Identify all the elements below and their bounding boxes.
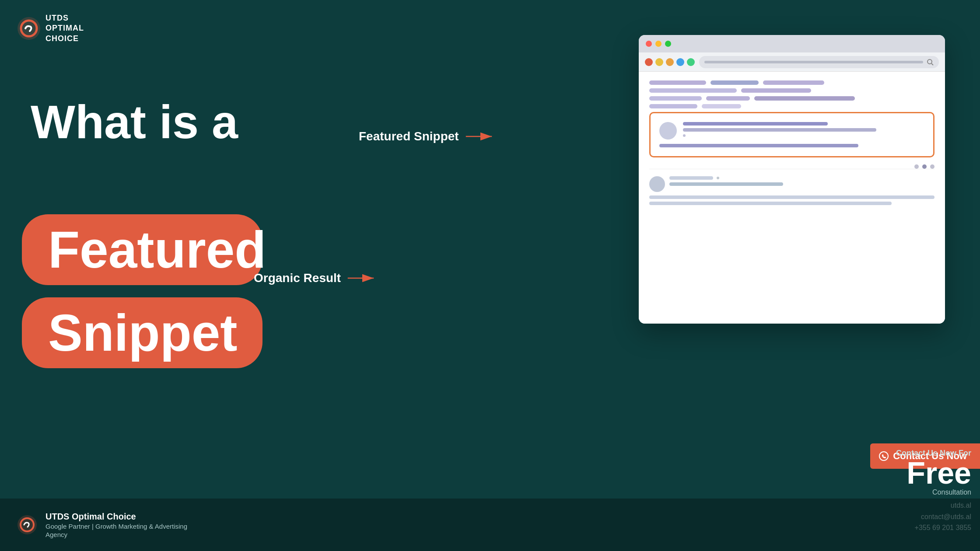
organic-avatar: [649, 176, 665, 192]
result-bar: [706, 96, 750, 101]
featured-badge: Featured: [22, 214, 262, 285]
logo-icon: [18, 17, 40, 40]
browser-body: [639, 52, 945, 324]
page-dot: [930, 164, 934, 169]
organic-meta: [669, 176, 934, 180]
pagination-dots: [649, 164, 934, 169]
snippet-text-area: [683, 122, 924, 139]
result-bar: [649, 88, 737, 93]
svg-point-2: [928, 59, 932, 64]
traffic-light-red: [646, 41, 652, 47]
organic-bar-4: [649, 202, 892, 205]
search-results: [639, 72, 945, 221]
organic-bar: [669, 176, 713, 180]
phone-icon: [879, 451, 889, 461]
result-bar: [649, 96, 702, 101]
result-row-4: [649, 104, 934, 108]
bottom-bar: UTDS Optimal Choice Google Partner | Gro…: [0, 499, 980, 551]
main-heading: What is a: [31, 96, 238, 148]
organic-result-label: Organic Result: [254, 271, 378, 285]
result-bar: [741, 88, 811, 93]
snippet-meta: [683, 134, 924, 137]
browser-window: [639, 35, 945, 324]
organic-bar-3: [649, 195, 934, 199]
dot-5: [687, 58, 695, 66]
result-bar: [649, 80, 706, 85]
dot-1: [645, 58, 653, 66]
dot-4: [676, 58, 684, 66]
featured-snippet-box: [649, 112, 934, 157]
result-bar: [702, 104, 741, 108]
traffic-light-green: [665, 41, 671, 47]
dot-2: [655, 58, 663, 66]
snippet-badge: Snippet: [22, 297, 262, 368]
page-dot: [914, 164, 919, 169]
result-bar: [763, 80, 824, 85]
bottom-logo-icon: [18, 515, 37, 534]
featured-snippet-arrow: [465, 130, 496, 143]
result-row-3: [649, 96, 934, 101]
svg-point-8: [879, 452, 888, 460]
svg-line-3: [931, 63, 933, 65]
result-bar: [754, 96, 855, 101]
organic-result-arrow: [347, 272, 378, 284]
address-bar-line: [704, 61, 923, 63]
organic-result: [649, 169, 934, 212]
organic-bar-2: [669, 182, 783, 186]
organic-row-1: [649, 176, 934, 192]
snippet-line-1: [683, 122, 828, 126]
snippet-avatar: [659, 122, 677, 139]
snippet-top-row: [659, 122, 924, 139]
result-bar: [710, 80, 759, 85]
logo-area: UTDS OPTIMAL CHOICE: [18, 13, 84, 44]
logo-text: UTDS OPTIMAL CHOICE: [46, 13, 84, 44]
snippet-line-2: [683, 128, 876, 132]
result-row-1: [649, 80, 934, 85]
dot: [683, 134, 686, 137]
dot-3: [666, 58, 674, 66]
result-row-2: [649, 88, 934, 93]
result-bar: [649, 104, 697, 108]
traffic-light-yellow: [655, 41, 662, 47]
browser-dots: [645, 58, 695, 66]
search-icon: [927, 59, 934, 66]
snippet-link: [659, 144, 858, 147]
page-dot-active: [922, 164, 927, 169]
dot: [717, 177, 719, 179]
address-bar: [699, 56, 939, 68]
featured-snippet-label: Featured Snippet: [359, 129, 496, 143]
bottom-company-info: UTDS Optimal Choice Google Partner | Gro…: [46, 512, 187, 538]
browser-toolbar: [639, 52, 945, 72]
browser-titlebar: [639, 35, 945, 52]
organic-content: [669, 176, 934, 186]
